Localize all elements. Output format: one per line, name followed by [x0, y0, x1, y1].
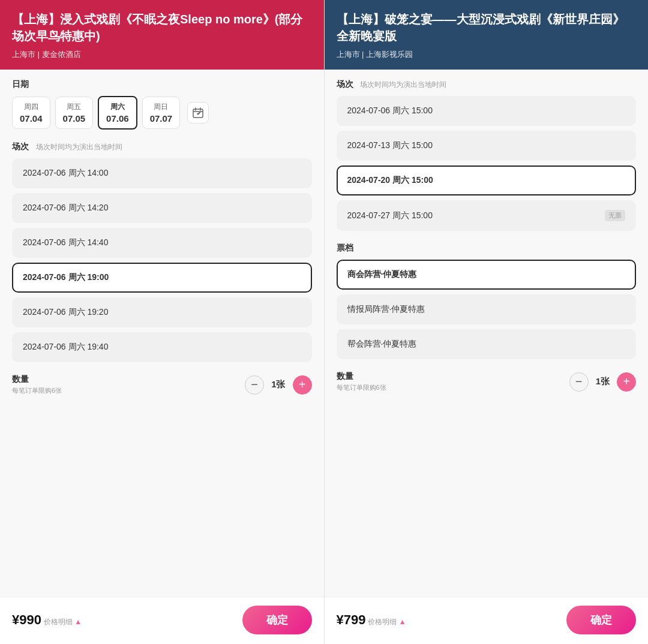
date-btn-fri[interactable]: 周五 07.05	[55, 97, 94, 129]
right-session-item-4[interactable]: 2024-07-27 周六 15:00 无票	[337, 200, 637, 231]
right-body: 场次 场次时间均为演出当地时间 2024-07-06 周六 15:00 2024…	[325, 70, 649, 597]
right-ticket-item-3-label: 帮会阵营·仲夏特惠	[347, 339, 417, 348]
left-price-arrow: ▲	[74, 618, 82, 626]
right-footer: ¥799 价格明细 ▲ 确定	[325, 597, 649, 644]
right-session-item-1[interactable]: 2024-07-06 周六 15:00	[337, 96, 637, 126]
left-title: 【上海】浸入式戏剧《不眠之夜Sleep no more》(部分场次早鸟特惠中)	[12, 11, 312, 44]
right-session-item-3[interactable]: 2024-07-20 周六 15:00	[337, 165, 637, 195]
right-quantity-label: 数量	[337, 371, 386, 382]
right-header: 【上海】破笼之宴——大型沉浸式戏剧《新世界庄园》全新晚宴版 上海市 | 上海影视…	[325, 0, 649, 70]
fri-day-name: 周五	[67, 102, 81, 112]
right-ticket-item-3[interactable]: 帮会阵营·仲夏特惠	[337, 329, 637, 359]
right-qty-plus[interactable]: +	[617, 372, 636, 392]
left-quantity-control: − 1张 +	[245, 375, 311, 395]
left-session-label: 场次 场次时间均为演出当地时间	[12, 142, 312, 152]
right-title: 【上海】破笼之宴——大型沉浸式戏剧《新世界庄园》全新晚宴版	[337, 11, 637, 44]
right-no-ticket-badge: 无票	[605, 210, 625, 221]
right-session-label: 场次 场次时间均为演出当地时间	[337, 79, 637, 90]
sun-day-num: 07.07	[150, 113, 173, 124]
left-quantity-label: 数量	[12, 374, 62, 385]
right-quantity-section: 数量 每笔订单限购6张 − 1张 +	[337, 371, 637, 392]
thu-day-name: 周四	[24, 102, 38, 112]
right-panel: 【上海】破笼之宴——大型沉浸式戏剧《新世界庄园》全新晚宴版 上海市 | 上海影视…	[325, 0, 649, 644]
left-price-wrap: ¥990 价格明细 ▲	[12, 612, 82, 628]
right-ticket-section: 票档 商会阵营·仲夏特惠 情报局阵营·仲夏特惠 帮会阵营·仲夏特惠	[337, 243, 637, 359]
right-quantity-row: 数量 每笔订单限购6张 − 1张 +	[337, 371, 637, 392]
left-session-section: 场次 场次时间均为演出当地时间 2024-07-06 周六 14:00 2024…	[12, 142, 312, 362]
right-session-item-4-label: 2024-07-27 周六 15:00	[347, 210, 433, 221]
session-item-3[interactable]: 2024-07-06 周六 14:40	[12, 228, 312, 258]
right-session-item-2-label: 2024-07-13 周六 15:00	[347, 140, 433, 151]
left-session-sub: 场次时间均为演出当地时间	[36, 143, 122, 151]
right-confirm-button[interactable]: 确定	[566, 606, 636, 634]
left-header: 【上海】浸入式戏剧《不眠之夜Sleep no more》(部分场次早鸟特惠中) …	[0, 0, 324, 70]
session-item-5-label: 2024-07-06 周六 19:20	[23, 307, 108, 318]
right-ticket-list: 商会阵营·仲夏特惠 情报局阵营·仲夏特惠 帮会阵营·仲夏特惠	[337, 260, 637, 359]
session-item-1[interactable]: 2024-07-06 周六 14:00	[12, 158, 312, 188]
left-session-list: 2024-07-06 周六 14:00 2024-07-06 周六 14:20 …	[12, 158, 312, 362]
right-session-sub: 场次时间均为演出当地时间	[360, 80, 446, 89]
right-session-section: 场次 场次时间均为演出当地时间 2024-07-06 周六 15:00 2024…	[337, 79, 637, 231]
left-footer: ¥990 价格明细 ▲ 确定	[0, 597, 324, 644]
date-btn-sun[interactable]: 周日 07.07	[142, 97, 181, 129]
right-ticket-item-1-label: 商会阵营·仲夏特惠	[347, 269, 417, 279]
right-price-wrap: ¥799 价格明细 ▲	[337, 612, 406, 628]
right-price-arrow: ▲	[399, 618, 406, 626]
left-panel: 【上海】浸入式戏剧《不眠之夜Sleep no more》(部分场次早鸟特惠中) …	[0, 0, 324, 644]
calendar-icon[interactable]	[187, 102, 209, 124]
right-session-item-1-label: 2024-07-06 周六 15:00	[347, 106, 433, 116]
right-location: 上海市 | 上海影视乐园	[337, 49, 637, 60]
right-quantity-limit: 每笔订单限购6张	[337, 383, 386, 392]
left-price: ¥990	[12, 612, 41, 628]
left-date-row: 周四 07.04 周五 07.05 周六 07.06 周日 07.07	[12, 96, 312, 130]
right-session-item-2[interactable]: 2024-07-13 周六 15:00	[337, 131, 637, 161]
right-price-detail: 价格明细 ▲	[368, 617, 406, 627]
left-date-section: 日期 周四 07.04 周五 07.05 周六 07.06 周日 07.07	[12, 79, 312, 130]
sat-day-name: 周六	[110, 102, 125, 112]
left-price-detail: 价格明细 ▲	[44, 617, 82, 627]
right-price: ¥799	[337, 612, 366, 628]
left-qty-plus[interactable]: +	[293, 375, 312, 395]
session-item-1-label: 2024-07-06 周六 14:00	[23, 168, 108, 179]
fri-day-num: 07.05	[63, 113, 86, 124]
right-session-list: 2024-07-06 周六 15:00 2024-07-13 周六 15:00 …	[337, 96, 637, 231]
right-session-item-3-label: 2024-07-20 周六 15:00	[347, 175, 433, 186]
session-item-4-label: 2024-07-06 周六 19:00	[23, 272, 109, 283]
session-item-2-label: 2024-07-06 周六 14:20	[23, 203, 108, 213]
date-btn-sat[interactable]: 周六 07.06	[98, 96, 137, 130]
left-quantity-row: 数量 每笔订单限购6张 − 1张 +	[12, 374, 312, 395]
right-quantity-label-wrap: 数量 每笔订单限购6张	[337, 371, 386, 392]
right-ticket-item-2[interactable]: 情报局阵营·仲夏特惠	[337, 294, 637, 324]
right-ticket-item-2-label: 情报局阵营·仲夏特惠	[347, 304, 425, 314]
right-ticket-label: 票档	[337, 243, 637, 254]
left-quantity-section: 数量 每笔订单限购6张 − 1张 +	[12, 374, 312, 395]
session-item-6-label: 2024-07-06 周六 19:40	[23, 342, 108, 353]
session-item-6[interactable]: 2024-07-06 周六 19:40	[12, 332, 312, 362]
left-quantity-label-wrap: 数量 每笔订单限购6张	[12, 374, 62, 395]
sat-day-num: 07.06	[106, 113, 129, 124]
date-btn-thu[interactable]: 周四 07.04	[12, 97, 50, 129]
left-qty-minus[interactable]: −	[245, 375, 264, 395]
left-date-label: 日期	[12, 79, 312, 90]
left-location: 上海市 | 麦金侬酒店	[12, 49, 312, 60]
left-quantity-limit: 每笔订单限购6张	[12, 386, 62, 395]
session-item-3-label: 2024-07-06 周六 14:40	[23, 237, 108, 248]
thu-day-num: 07.04	[20, 113, 43, 124]
right-qty-minus[interactable]: −	[569, 372, 589, 392]
right-quantity-control: − 1张 +	[569, 372, 636, 392]
left-confirm-button[interactable]: 确定	[242, 606, 312, 634]
left-qty-value: 1张	[271, 379, 285, 390]
session-item-4[interactable]: 2024-07-06 周六 19:00	[12, 263, 312, 293]
session-item-5[interactable]: 2024-07-06 周六 19:20	[12, 297, 312, 327]
right-ticket-item-1[interactable]: 商会阵营·仲夏特惠	[337, 260, 637, 290]
left-body: 日期 周四 07.04 周五 07.05 周六 07.06 周日 07.07	[0, 70, 324, 597]
sun-day-name: 周日	[154, 102, 168, 112]
right-qty-value: 1张	[596, 376, 610, 387]
session-item-2[interactable]: 2024-07-06 周六 14:20	[12, 193, 312, 223]
